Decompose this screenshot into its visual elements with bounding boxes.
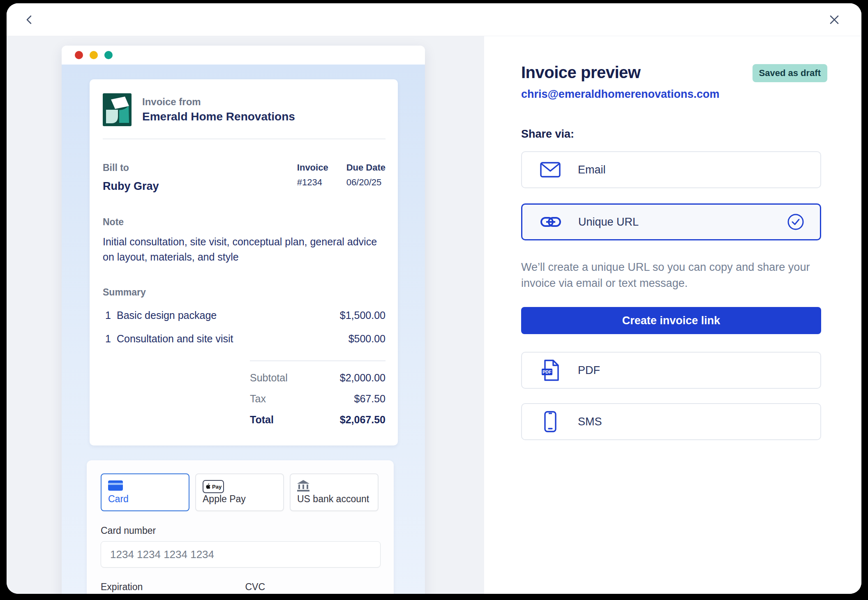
back-button[interactable] [21, 11, 39, 29]
check-circle-icon [787, 213, 804, 231]
subtotal-label: Subtotal [250, 372, 288, 384]
total-label: Total [250, 414, 274, 426]
invoice-preview-pane: Invoice from Emerald Home Renovations Bi… [7, 36, 484, 594]
line-item-qty: 1 [103, 309, 117, 321]
bill-to-label: Bill to [103, 162, 159, 173]
share-option-label: PDF [578, 364, 600, 377]
line-item-name: Consultation and site visit [117, 333, 349, 345]
page-title: Invoice preview [521, 63, 640, 82]
invoice-header: Invoice from Emerald Home Renovations [103, 92, 386, 139]
share-option-label: Unique URL [578, 216, 639, 228]
traffic-light-red [75, 51, 83, 59]
share-option-sms[interactable]: SMS [521, 403, 821, 440]
top-bar [7, 3, 861, 36]
card-number-label: Card number [101, 525, 381, 536]
payment-tab-label: Card [108, 494, 182, 505]
close-icon [829, 14, 840, 25]
payment-tab-label: Apple Pay [203, 494, 277, 505]
unique-url-helper-text: We’ll create a unique URL so you can cop… [521, 259, 827, 291]
checkout-page: Invoice from Emerald Home Renovations Bi… [62, 65, 425, 594]
tax-value: $67.50 [354, 393, 386, 405]
company-logo [103, 93, 132, 126]
modal-window: Invoice from Emerald Home Renovations Bi… [7, 3, 861, 594]
line-item-name: Basic design package [117, 309, 340, 321]
summary-label: Summary [103, 287, 386, 298]
due-date: 06/20/25 [346, 177, 386, 188]
expiration-label: Expiration [101, 582, 236, 593]
browser-mockup: Invoice from Emerald Home Renovations Bi… [62, 46, 425, 594]
share-via-label: Share via: [521, 128, 827, 141]
share-option-email[interactable]: Email [521, 151, 821, 188]
due-date-label: Due Date [346, 162, 386, 173]
share-option-unique-url[interactable]: Unique URL [521, 203, 821, 240]
credit-card-icon [108, 480, 124, 492]
subtotal-value: $2,000.00 [340, 372, 386, 384]
line-item-amount: $500.00 [349, 333, 386, 345]
tax-label: Tax [250, 393, 266, 405]
link-icon [540, 216, 561, 228]
line-item-amount: $1,500.00 [340, 309, 386, 321]
smartphone-icon [544, 411, 556, 432]
line-item: 1 Basic design package $1,500.00 [103, 309, 386, 321]
share-option-label: Email [578, 164, 606, 176]
pdf-file-icon: PDF [541, 360, 560, 381]
create-invoice-link-button[interactable]: Create invoice link [521, 307, 821, 334]
browser-chrome [62, 46, 425, 65]
payment-tab-label: US bank account [297, 494, 371, 505]
sender-email-link[interactable]: chris@emeraldhomerenovations.com [521, 88, 827, 101]
invoice-number-label: Invoice [297, 162, 328, 173]
card-number-input[interactable] [101, 541, 381, 568]
traffic-light-teal [104, 51, 113, 59]
payment-element: Card Pay Apple Pay [87, 460, 394, 594]
total-value: $2,067.50 [340, 414, 386, 426]
invoice-card: Invoice from Emerald Home Renovations Bi… [90, 79, 398, 445]
svg-text:Pay: Pay [212, 484, 222, 490]
bill-to-name: Ruby Gray [103, 180, 159, 193]
totals-block: Subtotal $2,000.00 Tax $67.50 Total $2,0… [250, 360, 386, 426]
line-item: 1 Consultation and site visit $500.00 [103, 333, 386, 345]
close-button[interactable] [825, 11, 843, 29]
payment-tab-card[interactable]: Card [101, 473, 189, 511]
share-option-pdf[interactable]: PDF PDF [521, 352, 821, 389]
payment-tab-apple-pay[interactable]: Pay Apple Pay [195, 473, 284, 511]
note-label: Note [103, 217, 386, 228]
payment-tab-us-bank[interactable]: US bank account [290, 473, 379, 511]
email-icon [540, 162, 561, 178]
share-option-label: SMS [578, 415, 602, 428]
invoice-from-label: Invoice from [142, 96, 295, 108]
note-text: Initial consultation, site visit, concep… [103, 234, 386, 265]
cvc-label: CVC [245, 582, 381, 593]
invoice-number: #1234 [297, 177, 328, 188]
company-name: Emerald Home Renovations [142, 110, 295, 123]
share-panel: Invoice preview Saved as draft chris@eme… [484, 36, 861, 594]
chevron-left-icon [24, 14, 35, 25]
bank-icon [297, 480, 309, 492]
traffic-light-yellow [90, 51, 98, 59]
status-badge: Saved as draft [753, 64, 827, 82]
line-item-qty: 1 [103, 333, 117, 345]
apple-pay-icon: Pay [203, 480, 224, 493]
svg-text:PDF: PDF [542, 369, 552, 374]
